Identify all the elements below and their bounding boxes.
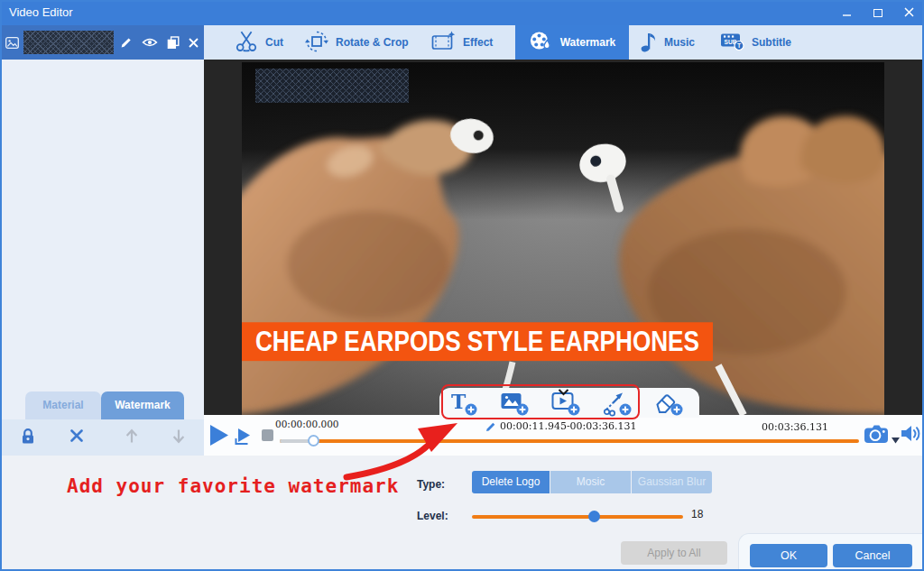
timeline-position-thumb[interactable]: [308, 435, 319, 447]
edit-pencil-icon[interactable]: [120, 36, 133, 49]
erase-watermark-button[interactable]: [654, 390, 685, 417]
snapshot-button[interactable]: [864, 423, 889, 447]
video-banner-overlay: CHEAP EARPODS STYLE EARPHONES: [242, 322, 713, 361]
tab-effect[interactable]: Effect: [431, 25, 493, 60]
image-thumbnail-icon: [5, 36, 19, 52]
play-button[interactable]: [209, 424, 229, 450]
segment-range-label: 00:00:11.945-00:03:36.131: [500, 420, 637, 432]
tab-music[interactable]: Music: [639, 25, 695, 60]
delete-watermark-button[interactable]: [70, 419, 83, 456]
tab-material[interactable]: Material: [25, 391, 101, 419]
volume-button[interactable]: [901, 424, 922, 447]
title-bar: Video Editor: [0, 0, 924, 25]
add-text-watermark-icon: T: [451, 390, 467, 413]
move-down-icon: [171, 428, 186, 447]
type-label: Type:: [417, 478, 445, 491]
window-controls: [832, 0, 924, 25]
tab-label: Subtitle: [752, 36, 791, 49]
dialog-button-panel: OK Cancel: [738, 533, 924, 571]
tab-label: Cut: [265, 36, 283, 49]
ok-button[interactable]: OK: [750, 544, 827, 567]
preview-eye-icon[interactable]: [142, 37, 158, 48]
scissors-icon: [235, 30, 258, 55]
window-title: Video Editor: [9, 0, 73, 25]
camera-dropdown-icon: [892, 437, 900, 444]
video-preview-area: CHEAP EARPODS STYLE EARPHONES: [204, 60, 924, 415]
apply-to-all-button[interactable]: Apply to All: [621, 541, 727, 565]
tutorial-annotation-text: Add your favorite watermark: [67, 475, 399, 497]
watermark-tool-strip: T: [439, 388, 699, 418]
chevron-down-icon: [558, 389, 569, 396]
play-segment-icon: [235, 427, 253, 446]
stop-button[interactable]: [262, 429, 273, 441]
maximize-icon: [873, 9, 882, 17]
total-duration-label: 00:03:36.131: [762, 421, 828, 433]
add-image-watermark-button[interactable]: [500, 390, 531, 417]
media-item-header: [0, 25, 204, 60]
minimize-button[interactable]: [832, 0, 863, 25]
video-canvas[interactable]: CHEAP EARPODS STYLE EARPHONES: [242, 62, 884, 415]
play-segment-button[interactable]: [235, 427, 253, 449]
volume-icon: [901, 424, 922, 443]
tab-label: Watermark: [560, 36, 616, 49]
add-cut-arrow-watermark-button[interactable]: [603, 390, 633, 417]
lock-icon: [20, 428, 36, 448]
remove-icon[interactable]: [189, 38, 199, 48]
move-up-icon: [125, 428, 139, 447]
close-button[interactable]: [893, 0, 924, 25]
tab-label: Music: [664, 36, 695, 49]
music-note-icon: [639, 30, 657, 56]
level-slider[interactable]: [472, 515, 683, 519]
video-editor-window: Video Editor Cut: [0, 0, 924, 571]
subtitle-film-icon: SUBT: [720, 31, 744, 54]
banner-text: CHEAP EARPODS STYLE EARPHONES: [255, 326, 699, 357]
tab-watermark-active[interactable]: Watermark: [515, 25, 629, 60]
collapse-chevron-button[interactable]: [558, 383, 569, 400]
type-option-group: Delete Logo Mosic Gaussian Blur: [472, 471, 712, 493]
type-option-mosaic[interactable]: Mosic: [550, 471, 631, 493]
material-list-panel: Material Watermark: [0, 60, 204, 419]
sidebar-tabs: Material Watermark: [25, 391, 184, 419]
rotate-crop-icon: [305, 30, 328, 56]
level-value: 18: [691, 508, 703, 520]
level-label: Level:: [417, 510, 448, 522]
watermark-reel-icon: [529, 30, 553, 56]
tab-cut[interactable]: Cut: [235, 25, 283, 60]
tab-watermark-list[interactable]: Watermark: [101, 391, 184, 419]
delete-x-icon: [70, 429, 83, 446]
minimize-icon: [843, 5, 852, 21]
current-time-label: 00:00:00.000: [275, 419, 339, 429]
copy-icon[interactable]: [167, 36, 180, 49]
tab-label: Effect: [463, 36, 493, 49]
sidebar-control-row: [0, 419, 204, 456]
type-option-gaussian-blur[interactable]: Gaussian Blur: [632, 471, 712, 493]
lock-button[interactable]: [20, 419, 36, 456]
move-up-button[interactable]: [125, 419, 139, 456]
segment-range-edit[interactable]: 00:00:11.945-00:03:36.131: [485, 420, 637, 432]
media-item-actions: [120, 25, 199, 60]
edit-pencil-icon: [485, 421, 497, 432]
type-option-delete-logo[interactable]: Delete Logo: [472, 471, 550, 493]
effect-film-star-icon: [431, 31, 456, 54]
tab-label: Rotate & Crop: [336, 36, 409, 49]
watermark-selection-region[interactable]: [255, 69, 409, 103]
timeline-track[interactable]: [280, 439, 859, 443]
snapshot-dropdown-button[interactable]: [892, 431, 900, 447]
add-cut-arrow-watermark-icon: [606, 403, 613, 410]
tab-rotate-crop[interactable]: Rotate & Crop: [305, 25, 409, 60]
cancel-button[interactable]: Cancel: [833, 544, 912, 567]
timeline-bar: 00:00:00.000 00:00:11.945-00:03:36.131 0…: [204, 415, 924, 456]
level-slider-thumb[interactable]: [588, 511, 600, 522]
snapshot-camera-icon: [864, 423, 889, 444]
play-icon: [209, 424, 229, 447]
main-toolbar: Cut Rotate & Crop Effect Watermark Music…: [204, 25, 924, 60]
move-down-button[interactable]: [171, 419, 186, 456]
close-icon: [904, 5, 914, 21]
maximize-button[interactable]: [863, 0, 893, 25]
media-thumbnail[interactable]: [23, 31, 114, 54]
add-text-watermark-button[interactable]: T: [448, 390, 479, 417]
watermark-settings-panel: Add your favorite watermark Type: Delete…: [0, 456, 924, 571]
tab-subtitle[interactable]: SUBT Subtitle: [720, 25, 791, 60]
